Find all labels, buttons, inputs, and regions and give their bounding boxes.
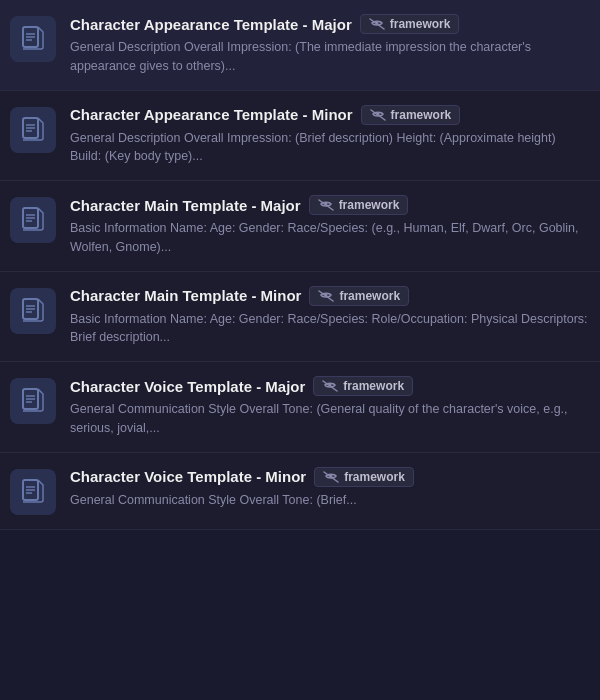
- item-icon-wrapper: [10, 107, 56, 153]
- item-icon-wrapper: [10, 469, 56, 515]
- eye-slash-icon: [322, 380, 338, 392]
- item-icon-wrapper: [10, 16, 56, 62]
- item-description: Basic Information Name: Age: Gender: Rac…: [70, 219, 588, 257]
- list-item[interactable]: Character Voice Template - Minor framewo…: [0, 453, 600, 530]
- list-item[interactable]: Character Main Template - Minor framewor…: [0, 272, 600, 363]
- framework-badge: framework: [309, 286, 409, 306]
- item-description: General Communication Style Overall Tone…: [70, 400, 588, 438]
- svg-point-9: [376, 112, 379, 115]
- item-title-row: Character Voice Template - Minor framewo…: [70, 467, 588, 487]
- badge-text: framework: [339, 289, 400, 303]
- item-icon-wrapper: [10, 288, 56, 334]
- item-title: Character Voice Template - Major: [70, 378, 305, 395]
- item-icon-wrapper: [10, 197, 56, 243]
- item-content: Character Appearance Template - Minor fr…: [70, 105, 588, 167]
- item-content: Character Voice Template - Major framewo…: [70, 376, 588, 438]
- framework-badge: framework: [361, 105, 461, 125]
- item-content: Character Main Template - Minor framewor…: [70, 286, 588, 348]
- item-description: General Description Overall Impression: …: [70, 38, 588, 76]
- item-title-row: Character Main Template - Major framewor…: [70, 195, 588, 215]
- item-description: General Communication Style Overall Tone…: [70, 491, 588, 510]
- list-item[interactable]: Character Appearance Template - Major fr…: [0, 0, 600, 91]
- badge-text: framework: [339, 198, 400, 212]
- eye-slash-icon: [370, 109, 386, 121]
- item-title: Character Main Template - Minor: [70, 287, 301, 304]
- badge-text: framework: [343, 379, 404, 393]
- list-item[interactable]: Character Main Template - Major framewor…: [0, 181, 600, 272]
- document-icon: [22, 26, 44, 52]
- item-title-row: Character Voice Template - Major framewo…: [70, 376, 588, 396]
- item-content: Character Appearance Template - Major fr…: [70, 14, 588, 76]
- framework-badge: framework: [313, 376, 413, 396]
- svg-point-19: [325, 293, 328, 296]
- framework-badge: framework: [309, 195, 409, 215]
- item-title: Character Main Template - Major: [70, 197, 301, 214]
- svg-point-24: [329, 384, 332, 387]
- framework-badge: framework: [360, 14, 460, 34]
- svg-point-4: [375, 22, 378, 25]
- document-icon: [22, 388, 44, 414]
- badge-text: framework: [390, 17, 451, 31]
- eye-slash-icon: [318, 290, 334, 302]
- badge-text: framework: [344, 470, 405, 484]
- item-title: Character Appearance Template - Major: [70, 16, 352, 33]
- item-description: Basic Information Name: Age: Gender: Rac…: [70, 310, 588, 348]
- item-title-row: Character Appearance Template - Major fr…: [70, 14, 588, 34]
- eye-slash-icon: [323, 471, 339, 483]
- list-item[interactable]: Character Voice Template - Major framewo…: [0, 362, 600, 453]
- svg-point-14: [324, 203, 327, 206]
- item-icon-wrapper: [10, 378, 56, 424]
- document-icon: [22, 117, 44, 143]
- document-icon: [22, 207, 44, 233]
- item-content: Character Main Template - Major framewor…: [70, 195, 588, 257]
- document-icon: [22, 298, 44, 324]
- framework-badge: framework: [314, 467, 414, 487]
- item-title: Character Voice Template - Minor: [70, 468, 306, 485]
- item-title-row: Character Main Template - Minor framewor…: [70, 286, 588, 306]
- item-content: Character Voice Template - Minor framewo…: [70, 467, 588, 510]
- badge-text: framework: [391, 108, 452, 122]
- list-item[interactable]: Character Appearance Template - Minor fr…: [0, 91, 600, 182]
- eye-slash-icon: [318, 199, 334, 211]
- eye-slash-icon: [369, 18, 385, 30]
- document-icon: [22, 479, 44, 505]
- svg-point-29: [330, 474, 333, 477]
- item-title-row: Character Appearance Template - Minor fr…: [70, 105, 588, 125]
- item-title: Character Appearance Template - Minor: [70, 106, 353, 123]
- template-list: Character Appearance Template - Major fr…: [0, 0, 600, 530]
- item-description: General Description Overall Impression: …: [70, 129, 588, 167]
